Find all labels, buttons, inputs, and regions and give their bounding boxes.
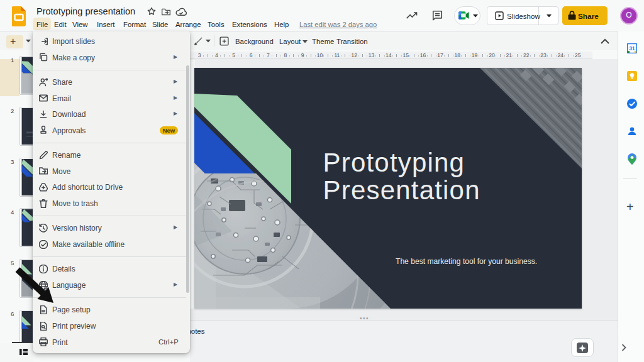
svg-text:Presentation: Presentation: [323, 175, 480, 205]
svg-text:The best marketing tool for yo: The best marketing tool for your busines…: [396, 257, 537, 266]
svg-text:Prototyping: Prototyping: [323, 148, 465, 177]
svg-text:31: 31: [629, 46, 635, 52]
